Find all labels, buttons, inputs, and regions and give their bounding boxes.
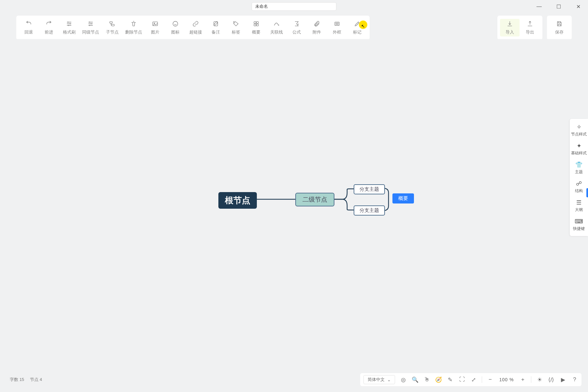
- branch-node-2[interactable]: 分支主题: [354, 205, 385, 216]
- search-icon[interactable]: 🔍: [411, 376, 419, 383]
- panel-outline-label: 大纲: [575, 207, 583, 213]
- child-node-button[interactable]: 子节点: [102, 19, 122, 36]
- sibling-label: 同级节点: [82, 29, 99, 35]
- panel-structure[interactable]: ☍结构: [570, 178, 588, 196]
- image-icon: [152, 20, 158, 27]
- svg-point-3: [154, 23, 155, 24]
- window-close-button[interactable]: ✕: [572, 2, 585, 11]
- formula-icon: [293, 20, 300, 27]
- import-icon: [507, 20, 513, 27]
- status-text: 字数 15 节点 4: [10, 377, 42, 383]
- code-icon[interactable]: ⟨/⟩: [548, 376, 555, 383]
- child-icon: [109, 20, 115, 27]
- save-icon: [556, 20, 563, 27]
- formula-label: 公式: [292, 29, 301, 35]
- panel-theme[interactable]: 👕主题: [570, 159, 588, 177]
- save-button[interactable]: 保存: [550, 19, 569, 36]
- panel-active-indicator: [586, 188, 588, 197]
- format-painter-button[interactable]: 格式刷: [59, 19, 79, 36]
- svg-rect-11: [335, 22, 339, 25]
- panel-outline[interactable]: ☰大纲: [570, 197, 588, 215]
- window-controls: — ☐ ✕: [533, 0, 585, 13]
- redo-button[interactable]: 前进: [39, 19, 59, 36]
- target-icon[interactable]: ◎: [400, 376, 407, 383]
- structure-icon: ☍: [576, 180, 582, 187]
- mindmap-canvas[interactable]: 根节点 二级节点 分支主题 分支主题 概要: [0, 39, 588, 376]
- zoom-level: 100 %: [498, 377, 515, 382]
- grid-icon: [253, 20, 259, 27]
- smile-icon: [172, 20, 179, 27]
- svg-rect-12: [336, 23, 338, 24]
- summary-button[interactable]: 概要: [246, 19, 266, 36]
- panel-base-style[interactable]: ✦基础样式: [570, 140, 588, 158]
- frame-button[interactable]: 外框: [327, 19, 347, 36]
- edit-icon[interactable]: ✎: [447, 376, 454, 383]
- tag-icon: [233, 20, 239, 27]
- attachment-label: 附件: [313, 29, 321, 35]
- mouse-icon[interactable]: 🖱: [423, 376, 430, 383]
- zoom-in-button[interactable]: +: [519, 376, 526, 383]
- panel-shortcut-label: 快捷键: [573, 226, 585, 231]
- child-label: 子节点: [106, 29, 119, 35]
- svg-rect-7: [254, 21, 256, 23]
- brightness-icon[interactable]: ☀: [536, 376, 543, 383]
- compass-icon[interactable]: 🧭: [435, 376, 442, 383]
- note-button[interactable]: 备汪: [206, 19, 226, 36]
- connectors: [0, 39, 588, 376]
- summary-node[interactable]: 概要: [392, 193, 414, 203]
- tag-button[interactable]: 标签: [226, 19, 246, 36]
- branch-node-1[interactable]: 分支主题: [354, 184, 385, 194]
- divider: [531, 376, 531, 383]
- frame-icon: [334, 20, 340, 27]
- delete-node-button[interactable]: 删除节点: [123, 19, 145, 36]
- icon-button[interactable]: 图标: [166, 19, 185, 36]
- chevron-down-icon: ⌄: [387, 377, 391, 382]
- document-title-input[interactable]: [252, 2, 336, 11]
- help-icon[interactable]: ?: [571, 376, 578, 383]
- expand-icon[interactable]: ⤢: [470, 376, 477, 383]
- language-select[interactable]: 简体中文⌄: [363, 375, 395, 384]
- root-node[interactable]: 根节点: [218, 192, 257, 209]
- mark-button[interactable]: 标记: [347, 19, 367, 36]
- word-count-value: 15: [20, 377, 24, 382]
- formula-button[interactable]: 公式: [287, 19, 306, 36]
- tag-label: 标签: [232, 29, 240, 35]
- export-button[interactable]: 导出: [520, 19, 540, 36]
- mark-label: 标记: [353, 29, 361, 35]
- bottom-tools: 简体中文⌄ ◎ 🔍 🖱 🧭 ✎ ⛶ ⤢ − 100 % + ☀ ⟨/⟩ ▶ ?: [360, 373, 581, 386]
- list-icon: ☰: [576, 199, 581, 206]
- toolbar-group-main: 回退 前进 格式刷 同级节点 子节点 删除节点 图片 图标 超链接 备汪 标签 …: [16, 16, 370, 40]
- divider: [482, 376, 482, 383]
- present-icon[interactable]: ▶: [559, 376, 566, 383]
- fit-icon[interactable]: ⛶: [458, 376, 465, 383]
- image-button[interactable]: 图片: [145, 19, 165, 36]
- sliders-icon: [66, 20, 72, 27]
- attachment-button[interactable]: 附件: [307, 19, 327, 36]
- wand-icon: ✦: [577, 142, 581, 149]
- node-count-value: 4: [40, 377, 42, 382]
- pencil-icon: [354, 20, 360, 27]
- window-maximize-button[interactable]: ☐: [552, 2, 565, 11]
- level2-node[interactable]: 二级节点: [295, 193, 334, 206]
- image-label: 图片: [151, 29, 159, 35]
- zoom-out-button[interactable]: −: [487, 376, 494, 383]
- panel-shortcut[interactable]: ⌨快捷键: [570, 216, 588, 233]
- import-button[interactable]: 导入: [500, 19, 520, 36]
- paperclip-icon: [314, 20, 320, 27]
- sibling-node-button[interactable]: 同级节点: [80, 19, 102, 36]
- window-minimize-button[interactable]: —: [533, 2, 546, 11]
- export-icon: [527, 20, 533, 27]
- star-icon: ✧: [577, 123, 581, 131]
- panel-node-style[interactable]: ✧节点样式: [570, 121, 588, 139]
- save-label: 保存: [555, 29, 564, 35]
- right-panel: ✧节点样式 ✦基础样式 👕主题 ☍结构 ☰大纲 ⌨快捷键: [570, 119, 588, 236]
- redo-icon: [46, 20, 52, 27]
- format-label: 格式刷: [63, 29, 76, 35]
- hyperlink-label: 超链接: [189, 29, 202, 35]
- undo-button[interactable]: 回退: [19, 19, 38, 36]
- hyperlink-button[interactable]: 超链接: [186, 19, 205, 36]
- relation-button[interactable]: 关联线: [267, 19, 286, 36]
- summary-label: 概要: [252, 29, 260, 35]
- delete-label: 删除节点: [125, 29, 142, 35]
- relation-icon: [273, 20, 280, 27]
